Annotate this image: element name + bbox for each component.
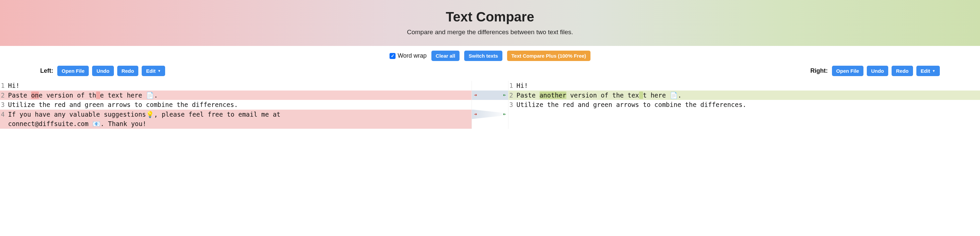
diff-connector: ➜ ➜ xyxy=(472,110,508,120)
code-text: Paste one version of th e text here 📄. xyxy=(7,91,472,100)
line-number: 1 xyxy=(0,81,7,91)
code-line: 3 Utilize the red and green arrows to co… xyxy=(0,100,472,110)
left-pane[interactable]: 1 Hi! 2 Paste one version of th e text h… xyxy=(0,81,472,129)
left-edit-label: Edit xyxy=(146,68,155,74)
global-toolbar: ✓ Word wrap Clear all Switch texts Text … xyxy=(0,46,980,64)
code-text: Paste another version of the tex t here … xyxy=(515,91,980,100)
diff-token-removed: on xyxy=(31,91,39,99)
code-line: 4 If you have any valuable suggestions💡,… xyxy=(0,110,472,120)
text-compare-plus-button[interactable]: Text Compare Plus (100% Free) xyxy=(507,51,590,61)
diff-token-removed xyxy=(96,91,100,99)
line-number: 3 xyxy=(508,100,515,110)
caret-down-icon: ▼ xyxy=(158,69,161,73)
right-toolbar: Right: Open File Undo Redo Edit ▼ xyxy=(811,66,940,76)
code-line: connect@diffsuite.com 📧. Thank you! xyxy=(0,119,472,129)
code-line: 2 Paste one version of th e text here 📄. xyxy=(0,91,472,100)
code-text: Utilize the red and green arrows to comb… xyxy=(515,100,980,110)
push-right-arrow-icon[interactable]: ➜ xyxy=(474,91,477,99)
right-edit-label: Edit xyxy=(921,68,930,74)
diff-token-added xyxy=(639,91,643,99)
right-redo-button[interactable]: Redo xyxy=(892,66,913,76)
wordwrap-toggle[interactable]: ✓ Word wrap xyxy=(390,52,427,59)
left-undo-button[interactable]: Undo xyxy=(92,66,113,76)
right-edit-dropdown[interactable]: Edit ▼ xyxy=(916,66,940,76)
push-left-arrow-icon[interactable]: ➜ xyxy=(503,111,506,118)
side-toolbars: Left: Open File Undo Redo Edit ▼ Right: … xyxy=(0,64,980,81)
code-text: connect@diffsuite.com 📧. Thank you! xyxy=(7,119,472,129)
right-label: Right: xyxy=(811,67,828,75)
code-line: 1 Hi! xyxy=(508,81,980,91)
code-line: 3 Utilize the red and green arrows to co… xyxy=(508,100,980,110)
page-subtitle: Compare and merge the differences betwee… xyxy=(0,29,980,36)
push-left-arrow-icon[interactable]: ➜ xyxy=(503,91,506,99)
wordwrap-label: Word wrap xyxy=(398,52,427,59)
line-number: 2 xyxy=(0,91,7,100)
diff-area: 1 Hi! 2 Paste one version of th e text h… xyxy=(0,81,980,129)
caret-down-icon: ▼ xyxy=(932,69,935,73)
line-number xyxy=(0,119,7,129)
diff-token-added: another xyxy=(539,91,566,99)
line-number: 2 xyxy=(508,91,515,100)
line-number: 4 xyxy=(0,110,7,120)
right-pane[interactable]: 1 Hi! 2 Paste another version of the tex… xyxy=(508,81,980,129)
code-line: 2 Paste another version of the tex t her… xyxy=(508,91,980,100)
hero-banner: Text Compare Compare and merge the diffe… xyxy=(0,0,980,46)
diff-connector-gutter: ➜ ➜ ➜ ➜ xyxy=(472,81,508,129)
switch-texts-button[interactable]: Switch texts xyxy=(464,51,503,61)
left-toolbar: Left: Open File Undo Redo Edit ▼ xyxy=(40,66,165,76)
left-open-file-button[interactable]: Open File xyxy=(57,66,89,76)
right-open-file-button[interactable]: Open File xyxy=(832,66,864,76)
code-text: Utilize the red and green arrows to comb… xyxy=(7,100,472,110)
left-label: Left: xyxy=(40,67,53,75)
line-number: 1 xyxy=(508,81,515,91)
clear-all-button[interactable]: Clear all xyxy=(431,51,460,61)
page-title: Text Compare xyxy=(0,10,980,24)
code-text: Hi! xyxy=(7,81,472,91)
diff-connector: ➜ ➜ xyxy=(472,91,508,100)
checkbox-icon: ✓ xyxy=(390,53,396,59)
push-right-arrow-icon[interactable]: ➜ xyxy=(474,111,477,118)
left-edit-dropdown[interactable]: Edit ▼ xyxy=(142,66,165,76)
left-redo-button[interactable]: Redo xyxy=(117,66,138,76)
code-text: If you have any valuable suggestions💡, p… xyxy=(7,110,472,120)
code-text: Hi! xyxy=(515,81,980,91)
right-undo-button[interactable]: Undo xyxy=(867,66,888,76)
line-number: 3 xyxy=(0,100,7,110)
code-line: 1 Hi! xyxy=(0,81,472,91)
